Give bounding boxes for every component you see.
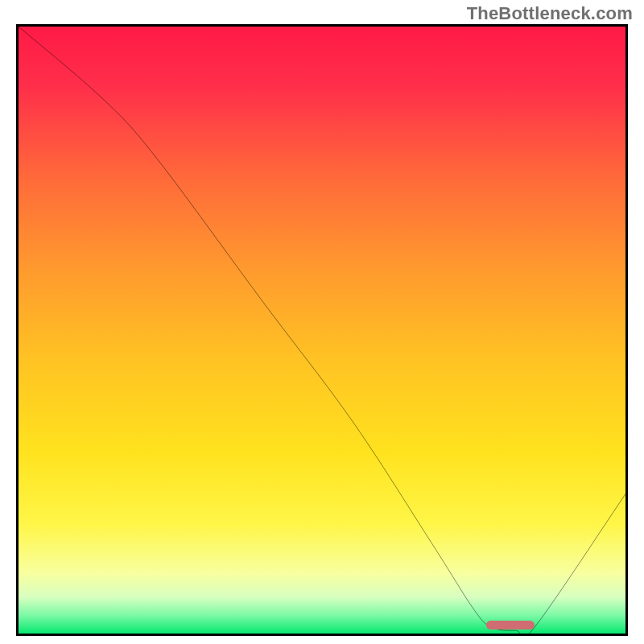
optimal-range-marker [486,621,535,630]
plot-frame [16,24,628,636]
chart-container: TheBottleneck.com [0,0,644,644]
watermark-text: TheBottleneck.com [467,3,633,24]
bottleneck-curve [19,27,625,634]
